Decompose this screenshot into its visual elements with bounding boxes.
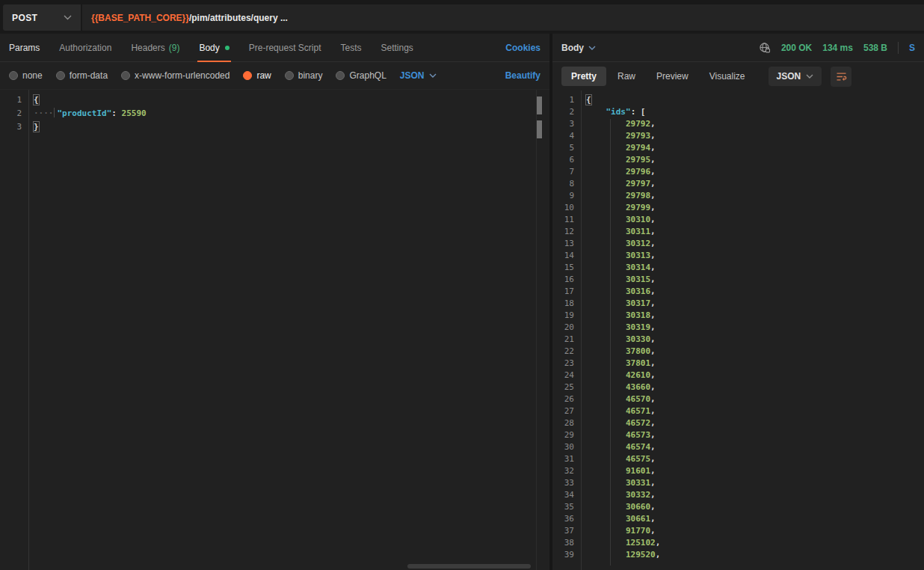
code-line: 3} [0,120,549,134]
code-line-content: 29794, [581,142,656,154]
code-line-content: 42610, [581,370,656,381]
request-url-bar: POST {{BASE_PATH_CORE}}/pim/attributes/q… [0,0,924,34]
tab-label: Authorization [59,43,111,53]
tab-label: Params [9,43,40,53]
line-number: 27 [552,405,581,417]
line-number: 8 [552,178,581,190]
radio-label: GraphQL [349,70,386,81]
code-line-content: 46573, [581,429,656,441]
radio-label: none [22,70,43,81]
radio-icon [243,71,252,80]
line-number: 30 [552,441,581,453]
view-tab-raw[interactable]: Raw [608,67,645,86]
code-line: 12 30311, [552,226,924,238]
code-line: 1{ [552,94,924,106]
workspace: ParamsAuthorizationHeaders(9)BodyPre-req… [0,34,924,570]
tab-label: Headers [131,43,164,53]
response-view-tabs: PrettyRawPreviewVisualize JSON [552,62,924,91]
tab-params[interactable]: Params [9,34,40,61]
tab-pre-request-script[interactable]: Pre-request Script [249,34,321,61]
line-number: 36 [552,513,581,525]
response-code: 1{2 "ids": [3 29792,4 29793,5 29794,6 29… [552,91,924,561]
body-type-form-data[interactable]: form-data [56,70,108,81]
code-line: 11 30310, [552,214,924,226]
chevron-down-icon [806,74,813,79]
beautify-link[interactable]: Beautify [505,70,540,81]
code-line-content: 29795, [581,154,656,166]
indent-guide [610,119,611,566]
wrap-lines-button[interactable] [831,67,851,87]
request-body-editor[interactable]: 1{2····"productId": 255903} [0,89,549,570]
view-tab-visualize[interactable]: Visualize [700,67,755,86]
body-type-row: noneform-datax-www-form-urlencodedrawbin… [0,62,549,89]
request-language-select[interactable]: JSON [400,70,437,81]
code-line-content: 30332, [581,489,656,501]
code-line-content: 30312, [581,238,656,250]
code-line-content: 30311, [581,226,656,238]
tab-label: Tests [340,43,361,53]
code-line-content: 46574, [581,441,656,453]
url-path: /pim/attributes/query ... [189,13,288,23]
response-language-select[interactable]: JSON [769,67,822,86]
body-type-binary[interactable]: binary [285,70,323,81]
chevron-down-icon [429,73,437,78]
response-body-select[interactable]: Body [561,43,596,53]
body-type-none[interactable]: none [9,70,43,81]
save-response-link[interactable]: S [909,43,915,53]
code-line-content: 30660, [581,501,656,513]
code-line: 38 125102, [552,537,924,549]
line-number: 28 [552,417,581,429]
line-number: 17 [552,286,581,298]
line-number: 1 [0,94,28,107]
view-tab-preview[interactable]: Preview [647,67,698,86]
code-line: 6 29795, [552,154,924,166]
tab-body[interactable]: Body [199,34,229,61]
method-select[interactable]: POST [3,4,81,31]
code-line-content: 46572, [581,417,656,429]
view-tab-pretty[interactable]: Pretty [561,67,606,86]
tab-label: Settings [381,43,413,53]
line-number: 26 [552,393,581,405]
code-line-content: 91601, [581,465,656,477]
gutter-divider [28,90,29,570]
code-line-content: "ids": [ [581,106,646,118]
line-number: 16 [552,274,581,286]
tab-authorization[interactable]: Authorization [59,34,111,61]
api-client-window: POST {{BASE_PATH_CORE}}/pim/attributes/q… [0,0,924,570]
body-type-raw[interactable]: raw [243,70,271,81]
line-number: 25 [552,381,581,393]
tab-tests[interactable]: Tests [340,34,361,61]
body-type-graphql[interactable]: GraphQL [336,70,386,81]
horizontal-scrollbar[interactable] [407,564,531,569]
divider [898,42,899,54]
cookies-link[interactable]: Cookies [505,43,540,53]
code-line: 32 91601, [552,465,924,477]
code-line-content: 125102, [581,537,660,549]
line-number: 24 [552,370,581,381]
line-number: 10 [552,202,581,214]
code-line: 24 42610, [552,370,924,381]
response-panel: Body 200 OK [552,34,924,570]
response-language-label: JSON [777,71,801,82]
code-line-content: 30313, [581,250,656,262]
url-input[interactable]: {{BASE_PATH_CORE}}/pim/attributes/query … [82,4,924,31]
code-line: 36 30661, [552,513,924,525]
request-panel: ParamsAuthorizationHeaders(9)BodyPre-req… [0,34,549,570]
code-line-content: 30315, [581,274,656,286]
line-number: 1 [552,94,581,106]
code-line: 27 46571, [552,405,924,417]
code-line-content: 129520, [581,549,660,561]
radio-icon [336,71,345,80]
code-line-content: } [28,120,39,134]
tab-headers[interactable]: Headers(9) [131,34,179,61]
body-type-x-www-form-urlencoded[interactable]: x-www-form-urlencoded [121,70,230,81]
network-info-icon[interactable] [759,42,771,54]
code-line: 28 46572, [552,417,924,429]
code-line: 5 29794, [552,142,924,154]
editor-edge-line [536,90,537,570]
tab-settings[interactable]: Settings [381,34,413,61]
response-body-viewer[interactable]: 1{2 "ids": [3 29792,4 29793,5 29794,6 29… [552,91,924,570]
code-line: 14 30313, [552,250,924,262]
request-code: 1{2····"productId": 255903} [0,90,549,134]
gutter-divider [581,91,582,570]
